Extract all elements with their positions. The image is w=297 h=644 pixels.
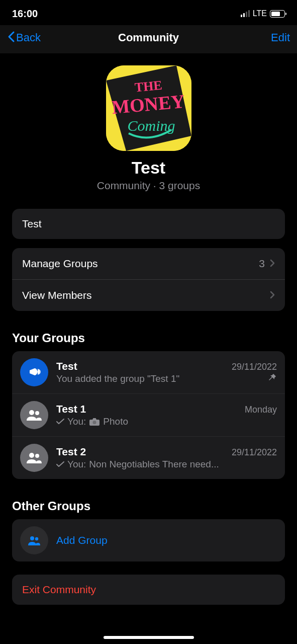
community-name: Test (132, 158, 165, 178)
navigation-bar: Back Community Edit (0, 25, 297, 53)
group-message: You: Photo (56, 416, 277, 427)
home-indicator[interactable] (104, 636, 194, 639)
group-message: You: Non Negotiables There need... (56, 459, 277, 470)
settings-card: Manage Groups 3 View Members (12, 248, 285, 311)
svg-point-10 (30, 536, 34, 540)
group-date: 29/11/2022 (232, 362, 277, 372)
view-members-row[interactable]: View Members (12, 279, 285, 311)
community-avatar[interactable]: THE MONEY Coming (106, 65, 191, 151)
svg-point-7 (93, 421, 96, 424)
manage-groups-label: Manage Groups (22, 258, 98, 270)
exit-community-row[interactable]: Exit Community (12, 575, 285, 605)
battery-icon (270, 10, 285, 18)
chevron-right-icon (270, 289, 275, 302)
group-row[interactable]: Test 2 29/11/2022 You: Non Negotiables T… (12, 436, 285, 479)
description-card[interactable]: Test (12, 209, 285, 239)
status-bar: 16:00 LTE (0, 0, 297, 25)
group-message: You added the group "Test 1" (56, 373, 179, 384)
edit-button[interactable]: Edit (271, 31, 290, 44)
group-date: Monday (245, 405, 277, 415)
avatar-image: THE MONEY Coming (106, 65, 191, 151)
svg-point-5 (29, 410, 34, 415)
camera-icon (89, 417, 100, 426)
manage-groups-row[interactable]: Manage Groups 3 (12, 248, 285, 279)
group-name: Test 2 (56, 446, 86, 458)
exit-community-label: Exit Community (22, 584, 275, 596)
network-label: LTE (253, 9, 267, 18)
status-time: 16:00 (12, 8, 38, 20)
group-date: 29/11/2022 (232, 447, 277, 458)
megaphone-icon (20, 358, 48, 386)
people-icon (20, 401, 48, 429)
signal-icon (241, 10, 250, 17)
description-text: Test (22, 218, 42, 230)
manage-groups-count: 3 (259, 258, 265, 270)
svg-point-6 (35, 411, 39, 415)
your-groups-title: Your Groups (12, 331, 285, 345)
community-subtitle: Community · 3 groups (97, 180, 200, 192)
svg-point-11 (35, 537, 38, 540)
status-indicators: LTE (241, 9, 285, 18)
back-button[interactable]: Back (7, 30, 41, 45)
pin-icon (268, 373, 277, 384)
group-name: Test (56, 360, 77, 372)
svg-point-9 (35, 454, 39, 458)
add-people-icon (20, 526, 48, 554)
check-icon (56, 459, 64, 470)
group-name: Test 1 (56, 403, 86, 415)
svg-point-8 (29, 453, 34, 458)
check-icon (56, 416, 64, 427)
group-row[interactable]: Test 1 Monday You: Photo (12, 393, 285, 436)
page-title: Community (118, 31, 179, 44)
add-group-label: Add Group (56, 534, 108, 546)
your-groups-list: Test 29/11/2022 You added the group "Tes… (12, 351, 285, 479)
chevron-left-icon (7, 30, 15, 45)
view-members-label: View Members (22, 289, 92, 301)
other-groups-title: Other Groups (12, 499, 285, 513)
group-row-announcements[interactable]: Test 29/11/2022 You added the group "Tes… (12, 351, 285, 393)
add-group-row[interactable]: Add Group (12, 519, 285, 561)
other-groups-list: Add Group (12, 519, 285, 561)
people-icon (20, 444, 48, 472)
community-header: THE MONEY Coming Test Community · 3 grou… (0, 53, 297, 200)
back-label: Back (16, 31, 41, 44)
chevron-right-icon (270, 257, 275, 270)
